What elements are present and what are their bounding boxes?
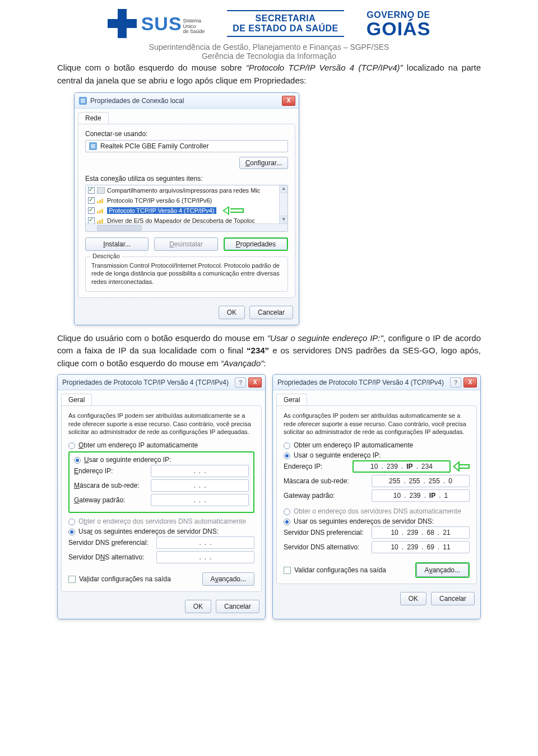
sus-subtitle: Sistema Único de Saúde [183,18,205,34]
radio-static-dns[interactable]: Usar os seguintes endereços de servidor … [284,517,470,525]
list-item-selected[interactable]: Protocolo TCP/IP Versão 4 (TCP/IPv4) [86,206,287,216]
dns2-label: Servidor DNS alternativo: [284,543,359,551]
mask-input[interactable]: 255. 255. 255. 0 [372,475,470,487]
cancel-button[interactable]: Cancelar [249,306,293,319]
dialog-tcpip-left: Propriedades de Protocolo TCP/IP Versão … [57,374,266,619]
window-title: Propriedades de Protocolo TCP/IP Versão … [277,379,444,386]
dialog-tcpip-right: Propriedades de Protocolo TCP/IP Versão … [272,374,481,619]
checkbox-icon[interactable] [88,197,95,204]
dns1-input[interactable]: 10. 239. 68. 21 [372,526,470,539]
connect-using-label: Conectar-se usando: [85,130,288,138]
tab-geral[interactable]: Geral [276,394,307,405]
window-title: Propriedades de Conexão local [90,97,184,105]
logo-sus: SUS Sistema Único de Saúde [108,9,205,38]
gateway-label: Gateway padrão: [74,496,125,504]
protocol-icon [97,208,105,213]
mask-label: Máscara de sub-rede: [74,482,140,489]
description-group: Descrição Transmission Control Protocol/… [85,256,288,292]
dialog-conexao-local: Propriedades de Conexão local X Rede Con… [74,92,299,325]
dns1-input[interactable]: ... [156,536,254,549]
explain-text: As configurações IP podem ser atribuídas… [68,412,254,436]
tab-rede[interactable]: Rede [78,112,109,124]
explain-text: As configurações IP podem ser atribuídas… [284,412,470,436]
radio-static-ip[interactable]: Usar o seguinte endereço IP: [284,451,470,459]
connection-items-list[interactable]: Compartilhamento arquivos/impressoras pa… [85,185,288,232]
ip-label: Endereço IP: [284,463,322,470]
ok-button[interactable]: OK [219,306,245,319]
close-button[interactable]: X [282,96,295,106]
cross-icon [108,9,137,38]
paragraph-mid: Clique do usuário com o botão esquerdo d… [57,332,481,370]
titlebar[interactable]: Propriedades de Protocolo TCP/IP Versão … [58,375,265,390]
cancel-button[interactable]: Cancelar [431,592,475,605]
gateway-input[interactable]: 10. 239. IP. 1 [372,489,470,502]
configure-button[interactable]: Configurar... [239,157,288,169]
paragraph-intro: Clique com o botão esquerdo do mouse sob… [57,62,481,87]
arrow-left-icon [453,460,470,473]
ok-button[interactable]: OK [400,592,426,605]
titlebar[interactable]: Propriedades de Protocolo TCP/IP Versão … [273,375,480,390]
protocol-icon [97,198,105,203]
install-button[interactable]: Instalar... [85,237,149,251]
radio-auto-dns: Obter o endereço dos servidores DNS auto… [68,517,254,525]
titlebar[interactable]: Propriedades de Conexão local X [75,93,299,109]
dns1-label: Servidor DNS preferencial: [68,539,149,547]
vertical-scrollbar[interactable]: ▴▾ [279,185,287,223]
highlight-advanced: Avançado... [415,562,470,578]
tab-geral[interactable]: Geral [61,394,92,405]
ok-button[interactable]: OK [185,600,211,613]
dns2-input[interactable]: ... [156,551,254,563]
horizontal-scrollbar[interactable] [86,223,287,231]
dns1-label: Servidor DNS preferencial: [284,529,364,536]
dns2-label: Servidor DNS alternativo: [68,553,144,561]
checkbox-icon[interactable] [88,207,95,214]
logo-secretaria: SECRETARIA DE ESTADO DA SAÚDE [227,10,344,37]
properties-button[interactable]: Propriedades [224,237,288,251]
service-icon [97,187,105,194]
radio-auto-ip[interactable]: Obter um endereço IP automaticamente [284,441,470,449]
adapter-field[interactable]: Realtek PCIe GBE Family Controller [85,140,288,152]
validate-checkbox[interactable]: Validar configurações na saída [68,575,171,583]
mask-input[interactable]: ... [151,479,249,492]
advanced-button[interactable]: Avançado... [202,572,254,586]
items-label: Esta conexão utiliza os seguintes itens: [85,175,288,183]
radio-static-dns[interactable]: Usar os seguintes endereços de servidor … [68,528,254,535]
list-item[interactable]: Compartilhamento arquivos/impressoras pa… [86,185,287,195]
help-button[interactable]: ? [235,377,246,388]
close-button[interactable]: X [463,377,477,388]
help-button[interactable]: ? [450,377,461,388]
ip-input[interactable]: ... [151,465,249,477]
close-button[interactable]: X [248,377,262,388]
gateway-label: Gateway padrão: [284,492,335,500]
header-subtitle: Superintendência de Gestão, Planejamento… [18,43,520,60]
window-icon [79,97,87,105]
radio-static-ip[interactable]: Usar o seguinte endereço IP: [74,456,249,464]
dns2-input[interactable]: 10. 239. 69. 11 [372,541,470,553]
window-title: Propriedades de Protocolo TCP/IP Versão … [62,379,229,386]
logo-governo-goias: GOVERNO DE GOIÁS [367,10,431,38]
mask-label: Máscara de sub-rede: [284,477,349,485]
nic-icon [89,142,97,150]
sus-wordmark: SUS [141,13,182,35]
radio-auto-ip[interactable]: Obter um endereço IP automaticamente [68,441,254,449]
protocol-icon [97,218,105,223]
ip-input[interactable]: 10. 239. IP. 234 [353,460,451,473]
validate-checkbox[interactable]: Validar configurações na saída [284,566,386,574]
arrow-left-icon [222,206,244,215]
checkbox-icon[interactable] [88,187,95,194]
advanced-button[interactable]: Avançado... [416,563,469,577]
uninstall-button: Desinstalar [154,237,217,251]
cancel-button[interactable]: Cancelar [216,600,259,613]
ip-label: Endereço IP: [74,467,113,475]
radio-auto-dns: Obter o endereço dos servidores DNS auto… [284,507,470,515]
highlight-ip-section: Usar o seguinte endereço IP: Endereço IP… [68,451,254,513]
document-header: SUS Sistema Único de Saúde SECRETARIA DE… [18,9,520,38]
list-item[interactable]: Protocolo TCP/IP versão 6 (TCP/IPv6) [86,195,287,206]
gateway-input[interactable]: ... [151,494,249,506]
